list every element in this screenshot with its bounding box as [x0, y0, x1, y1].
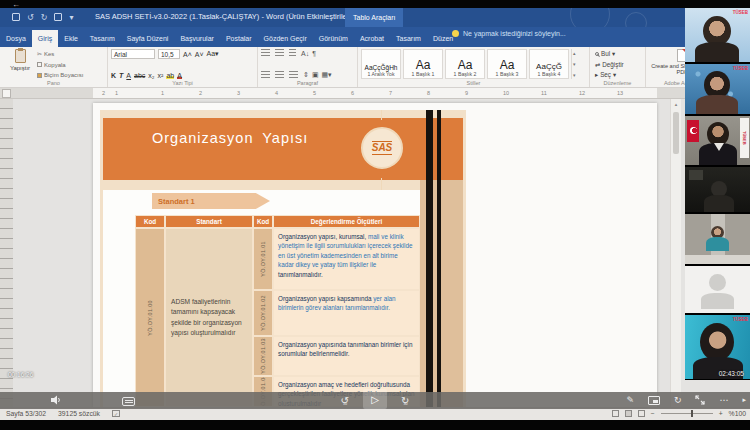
- style-card-1-başlık-2[interactable]: Aa1 Başlık 2: [445, 49, 485, 79]
- word-count[interactable]: 39125 sözcük: [58, 410, 100, 417]
- document-page[interactable]: Organizasyon Yapısı SAS Standart 1 KodSt…: [93, 103, 657, 407]
- font-family-combo[interactable]: Arial: [111, 49, 155, 59]
- find-button[interactable]: Bul ▾: [595, 50, 640, 57]
- undo-icon[interactable]: ↺: [27, 11, 34, 24]
- font-color-button[interactable]: A: [177, 72, 182, 79]
- redo-icon[interactable]: ↻: [41, 11, 48, 24]
- replace-button[interactable]: ⇄Değiştir: [595, 61, 640, 68]
- participants-sidebar: TÜSEB TÜSEB TÜSEB: [685, 8, 750, 380]
- decorative-circle: [625, 12, 647, 27]
- italic-button[interactable]: T: [119, 72, 123, 79]
- participant-video-5[interactable]: [685, 214, 750, 264]
- participant-video-3[interactable]: TÜSEB: [685, 116, 750, 165]
- number-list-icon[interactable]: [275, 49, 284, 57]
- tell-me-box[interactable]: Ne yapmak istediğinizi söyleyin...: [452, 30, 566, 37]
- qat-customize-icon[interactable]: ▾: [69, 11, 73, 24]
- zoom-in-button[interactable]: +: [719, 410, 723, 417]
- zoom-out-button[interactable]: −: [651, 410, 655, 417]
- scroll-up-icon[interactable]: ▴: [671, 99, 681, 110]
- shrink-font-button[interactable]: A˅: [195, 51, 204, 58]
- row-code-cell: YÖ.OY.01.04: [253, 376, 273, 407]
- style-gallery-arrows[interactable]: ▴▾▾: [571, 49, 577, 79]
- participant-body: [695, 42, 739, 62]
- word-title-bar: ↺ ↻ ▾ SAS ADSH SETİ-v3.0-2022 (1.Taslak-…: [0, 8, 750, 27]
- group-code-cell: YÖ.OY.01.00: [135, 228, 165, 407]
- style-card-1-başlık-3[interactable]: Aa1 Başlık 3: [487, 49, 527, 79]
- ribbon-tab-sayfa-düzeni-4[interactable]: Sayfa Düzeni: [121, 30, 175, 47]
- zoom-slider[interactable]: [661, 413, 713, 414]
- criteria-table: KodStandartKodDeğerlendirme ÖlçütleriYÖ.…: [135, 215, 420, 407]
- shading-icon[interactable]: ▣: [312, 71, 319, 79]
- participant-video-7[interactable]: TÜSEB: [685, 315, 750, 379]
- align-right-icon[interactable]: [289, 71, 298, 79]
- font-size-combo[interactable]: 10,5: [158, 49, 180, 59]
- ribbon-tab-tasarım-3[interactable]: Tasarım: [84, 30, 121, 47]
- ribbon-tab-görünüm-8[interactable]: Görünüm: [313, 30, 354, 47]
- quick-access-toolbar: ↺ ↻ ▾: [12, 11, 73, 24]
- multilevel-list-icon[interactable]: [289, 49, 296, 57]
- ribbon-tab-başvurular-5[interactable]: Başvurular: [174, 30, 219, 47]
- vertical-scrollbar[interactable]: ▴: [670, 99, 681, 407]
- paragraph-mark-icon[interactable]: ¶: [312, 50, 316, 57]
- zoom-level[interactable]: %100: [729, 410, 746, 417]
- vertical-ruler[interactable]: [0, 99, 13, 407]
- print-layout-icon[interactable]: [625, 410, 632, 417]
- document-area: Organizasyon Yapısı SAS Standart 1 KodSt…: [0, 99, 750, 407]
- proofing-icon[interactable]: ✓: [112, 410, 120, 417]
- line-spacing-icon[interactable]: ⇕: [303, 71, 309, 79]
- style-card-1-aralık-yok[interactable]: AaÇçĞğHh1 Aralık Yok: [361, 49, 401, 79]
- web-layout-icon[interactable]: [638, 410, 645, 417]
- tab-selector[interactable]: [2, 89, 11, 98]
- zoom-slider-thumb[interactable]: [691, 410, 693, 417]
- styles-group: AaÇçĞğHh1 Aralık YokAa1 Başlık 1Aa1 Başl…: [358, 47, 590, 87]
- avatar-placeholder: [709, 274, 726, 291]
- vertical-stripe: [437, 110, 441, 407]
- participant-video-6-avatar[interactable]: [685, 266, 750, 313]
- subscript-button[interactable]: x₂: [148, 72, 154, 79]
- back-arrow-icon[interactable]: ←: [12, 0, 20, 9]
- sort-icon[interactable]: A↓: [301, 50, 309, 57]
- superscript-button[interactable]: x²: [158, 72, 164, 79]
- top-letterbox: [0, 0, 750, 8]
- copy-button[interactable]: Kopyala: [37, 62, 83, 68]
- ribbon-tab-giriş-1[interactable]: Giriş: [32, 30, 58, 47]
- page-indicator[interactable]: Sayfa 53/302: [6, 410, 46, 417]
- participant-video-4[interactable]: [685, 167, 750, 212]
- horizontal-ruler[interactable]: 2112345678910111213: [0, 88, 750, 99]
- ribbon-tab-ekle-2[interactable]: Ekle: [58, 30, 84, 47]
- participant-video-2[interactable]: TÜSEB: [685, 64, 750, 114]
- decorative-circle: [570, 8, 610, 27]
- row-code-cell: YÖ.OY.01.03: [253, 336, 273, 376]
- font-group: Arial 10,5 A˄ A˅ Aa▾ K T A abc x₂ x² ab: [108, 47, 258, 87]
- ribbon-tab-dosya-0[interactable]: Dosya: [0, 30, 32, 47]
- select-button[interactable]: ▸Seç ▾: [595, 71, 640, 78]
- ribbon-tab-postalar-6[interactable]: Postalar: [220, 30, 258, 47]
- ribbon-tab-acrobat-9[interactable]: Acrobat: [354, 30, 390, 47]
- style-card-1-başlık-1[interactable]: Aa1 Başlık 1: [403, 49, 443, 79]
- table-header-0: Kod: [135, 215, 165, 228]
- cut-button[interactable]: ✂Kes: [37, 50, 83, 57]
- align-left-icon[interactable]: [261, 71, 270, 79]
- participant-video-1[interactable]: TÜSEB: [685, 8, 750, 62]
- highlight-button[interactable]: ab: [166, 72, 174, 79]
- tuseb-logo: TÜSEB: [733, 10, 748, 15]
- bold-button[interactable]: K: [111, 72, 116, 79]
- ribbon-tab-gözden-geçir-7[interactable]: Gözden Geçir: [258, 30, 313, 47]
- align-center-icon[interactable]: [275, 71, 284, 79]
- ribbon-tab-tasarım-10[interactable]: Tasarım: [390, 30, 427, 47]
- tuseb-banner: TÜSEB: [740, 118, 749, 158]
- tell-me-label: Ne yapmak istediğinizi söyleyin...: [463, 30, 566, 37]
- format-painter-button[interactable]: Biçim Boyacısı: [37, 72, 83, 78]
- save-icon[interactable]: [12, 13, 20, 21]
- grow-font-button[interactable]: A˄: [183, 51, 192, 58]
- borders-icon[interactable]: ▦▾: [322, 71, 332, 79]
- style-card-1-başlık-4[interactable]: AaÇçĞ1 Başlık 4: [529, 49, 569, 79]
- underline-button[interactable]: A: [126, 72, 131, 79]
- scrollbar-thumb[interactable]: [673, 112, 679, 154]
- paste-button[interactable]: Yapıştır: [3, 49, 37, 79]
- read-mode-icon[interactable]: [612, 410, 619, 417]
- change-case-button[interactable]: Aa▾: [207, 50, 219, 58]
- bullet-list-icon[interactable]: [261, 49, 270, 57]
- print-preview-icon[interactable]: [54, 13, 62, 21]
- strikethrough-button[interactable]: abc: [134, 72, 145, 79]
